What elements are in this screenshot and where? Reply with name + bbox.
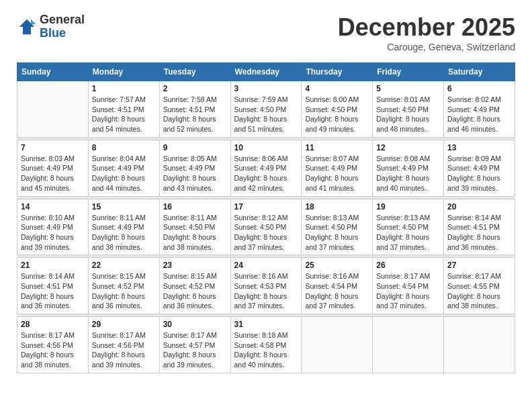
day-number: 24 xyxy=(234,261,298,270)
day-number: 14 xyxy=(21,202,85,212)
day-info: Sunrise: 8:17 AMSunset: 4:56 PMDaylight:… xyxy=(92,330,156,370)
calendar-day-cell: 19Sunrise: 8:13 AMSunset: 4:50 PMDayligh… xyxy=(373,199,444,255)
calendar-day-cell: 8Sunrise: 8:04 AMSunset: 4:49 PMDaylight… xyxy=(88,140,159,196)
weekday-header: Sunday xyxy=(17,63,89,81)
calendar-title: December 2025 xyxy=(338,13,515,42)
day-info: Sunrise: 8:01 AMSunset: 4:50 PMDaylight:… xyxy=(376,95,440,134)
calendar-day-cell: 22Sunrise: 8:15 AMSunset: 4:52 PMDayligh… xyxy=(88,258,159,314)
day-info: Sunrise: 8:17 AMSunset: 4:54 PMDaylight:… xyxy=(376,271,440,311)
calendar-day-cell: 18Sunrise: 8:13 AMSunset: 4:50 PMDayligh… xyxy=(302,199,373,255)
calendar-day-cell: 25Sunrise: 8:16 AMSunset: 4:54 PMDayligh… xyxy=(302,258,373,314)
calendar-day-cell: 1Sunrise: 7:57 AMSunset: 4:51 PMDaylight… xyxy=(88,81,159,138)
day-number: 29 xyxy=(92,320,156,329)
logo-text: General Blue xyxy=(40,13,85,40)
weekday-header: Saturday xyxy=(444,63,515,81)
svg-marker-1 xyxy=(31,19,36,25)
day-info: Sunrise: 8:03 AMSunset: 4:49 PMDaylight:… xyxy=(21,154,85,193)
day-info: Sunrise: 7:59 AMSunset: 4:50 PMDaylight:… xyxy=(234,95,298,134)
calendar-day-cell xyxy=(302,317,373,373)
weekday-header: Thursday xyxy=(302,63,373,81)
logo: General Blue xyxy=(17,13,85,40)
day-info: Sunrise: 8:12 AMSunset: 4:50 PMDaylight:… xyxy=(234,213,298,253)
calendar-day-cell: 29Sunrise: 8:17 AMSunset: 4:56 PMDayligh… xyxy=(88,317,159,373)
calendar-day-cell: 12Sunrise: 8:08 AMSunset: 4:49 PMDayligh… xyxy=(373,140,444,196)
calendar-day-cell: 2Sunrise: 7:58 AMSunset: 4:51 PMDaylight… xyxy=(159,81,230,138)
day-number: 27 xyxy=(447,261,511,270)
calendar-day-cell: 3Sunrise: 7:59 AMSunset: 4:50 PMDaylight… xyxy=(230,81,302,138)
calendar-day-cell: 23Sunrise: 8:15 AMSunset: 4:52 PMDayligh… xyxy=(159,258,230,314)
day-info: Sunrise: 8:00 AMSunset: 4:50 PMDaylight:… xyxy=(305,95,369,134)
calendar-day-cell: 28Sunrise: 8:17 AMSunset: 4:56 PMDayligh… xyxy=(17,317,89,373)
day-number: 3 xyxy=(234,84,298,93)
calendar-day-cell: 5Sunrise: 8:01 AMSunset: 4:50 PMDaylight… xyxy=(373,81,444,138)
calendar-day-cell: 11Sunrise: 8:07 AMSunset: 4:49 PMDayligh… xyxy=(302,140,373,196)
day-info: Sunrise: 8:04 AMSunset: 4:49 PMDaylight:… xyxy=(92,154,156,193)
calendar-day-cell: 31Sunrise: 8:18 AMSunset: 4:58 PMDayligh… xyxy=(230,317,302,373)
day-number: 20 xyxy=(447,202,511,212)
title-section: December 2025 Carouge, Geneva, Switzerla… xyxy=(338,13,515,52)
calendar-week-row: 14Sunrise: 8:10 AMSunset: 4:49 PMDayligh… xyxy=(17,199,515,255)
day-info: Sunrise: 8:14 AMSunset: 4:51 PMDaylight:… xyxy=(21,271,85,311)
day-info: Sunrise: 7:58 AMSunset: 4:51 PMDaylight:… xyxy=(163,95,227,134)
day-info: Sunrise: 8:17 AMSunset: 4:56 PMDaylight:… xyxy=(21,330,85,370)
day-info: Sunrise: 8:02 AMSunset: 4:49 PMDaylight:… xyxy=(447,95,511,134)
day-number: 6 xyxy=(447,84,511,93)
day-number: 31 xyxy=(234,320,298,329)
calendar-day-cell: 9Sunrise: 8:05 AMSunset: 4:49 PMDaylight… xyxy=(159,140,230,196)
calendar-day-cell xyxy=(444,317,515,373)
day-info: Sunrise: 8:13 AMSunset: 4:50 PMDaylight:… xyxy=(305,213,369,253)
header: General Blue December 2025 Carouge, Gene… xyxy=(17,13,515,52)
weekday-header: Monday xyxy=(88,63,159,81)
day-info: Sunrise: 8:09 AMSunset: 4:49 PMDaylight:… xyxy=(447,154,511,193)
day-number: 12 xyxy=(376,143,440,152)
day-info: Sunrise: 8:16 AMSunset: 4:53 PMDaylight:… xyxy=(234,271,298,311)
day-number: 13 xyxy=(447,143,511,152)
day-number: 10 xyxy=(234,143,298,152)
calendar-week-row: 28Sunrise: 8:17 AMSunset: 4:56 PMDayligh… xyxy=(17,317,515,373)
day-number: 7 xyxy=(21,143,85,152)
weekday-header: Wednesday xyxy=(230,63,302,81)
day-info: Sunrise: 7:57 AMSunset: 4:51 PMDaylight:… xyxy=(92,95,156,134)
calendar-table: SundayMondayTuesdayWednesdayThursdayFrid… xyxy=(17,62,515,373)
day-number: 21 xyxy=(21,261,85,270)
calendar-day-cell: 6Sunrise: 8:02 AMSunset: 4:49 PMDaylight… xyxy=(444,81,515,138)
day-number: 11 xyxy=(305,143,369,152)
calendar-day-cell: 24Sunrise: 8:16 AMSunset: 4:53 PMDayligh… xyxy=(230,258,302,314)
header-row: SundayMondayTuesdayWednesdayThursdayFrid… xyxy=(17,63,515,81)
day-info: Sunrise: 8:17 AMSunset: 4:57 PMDaylight:… xyxy=(163,330,227,370)
day-number: 18 xyxy=(305,202,369,212)
calendar-day-cell: 4Sunrise: 8:00 AMSunset: 4:50 PMDaylight… xyxy=(302,81,373,138)
day-number: 30 xyxy=(163,320,227,329)
day-number: 5 xyxy=(376,84,440,93)
calendar-day-cell: 26Sunrise: 8:17 AMSunset: 4:54 PMDayligh… xyxy=(373,258,444,314)
calendar-day-cell: 20Sunrise: 8:14 AMSunset: 4:51 PMDayligh… xyxy=(444,199,515,255)
calendar-day-cell: 16Sunrise: 8:11 AMSunset: 4:50 PMDayligh… xyxy=(159,199,230,255)
day-number: 1 xyxy=(92,84,156,93)
calendar-day-cell: 14Sunrise: 8:10 AMSunset: 4:49 PMDayligh… xyxy=(17,199,89,255)
logo-line2: Blue xyxy=(40,27,85,40)
calendar-day-cell: 21Sunrise: 8:14 AMSunset: 4:51 PMDayligh… xyxy=(17,258,89,314)
day-info: Sunrise: 8:17 AMSunset: 4:55 PMDaylight:… xyxy=(447,271,511,311)
day-number: 19 xyxy=(376,202,440,212)
calendar-day-cell: 15Sunrise: 8:11 AMSunset: 4:49 PMDayligh… xyxy=(88,199,159,255)
day-number: 15 xyxy=(92,202,156,212)
calendar-subtitle: Carouge, Geneva, Switzerland xyxy=(338,42,515,52)
day-number: 23 xyxy=(163,261,227,270)
calendar-week-row: 1Sunrise: 7:57 AMSunset: 4:51 PMDaylight… xyxy=(17,81,515,138)
day-number: 16 xyxy=(163,202,227,212)
day-info: Sunrise: 8:14 AMSunset: 4:51 PMDaylight:… xyxy=(447,213,511,253)
day-info: Sunrise: 8:15 AMSunset: 4:52 PMDaylight:… xyxy=(92,271,156,311)
day-info: Sunrise: 8:05 AMSunset: 4:49 PMDaylight:… xyxy=(163,154,227,193)
logo-line1: General xyxy=(40,13,85,27)
day-number: 9 xyxy=(163,143,227,152)
day-info: Sunrise: 8:08 AMSunset: 4:49 PMDaylight:… xyxy=(376,154,440,193)
calendar-day-cell: 17Sunrise: 8:12 AMSunset: 4:50 PMDayligh… xyxy=(230,199,302,255)
day-number: 17 xyxy=(234,202,298,212)
calendar-day-cell: 10Sunrise: 8:06 AMSunset: 4:49 PMDayligh… xyxy=(230,140,302,196)
day-number: 22 xyxy=(92,261,156,270)
day-info: Sunrise: 8:16 AMSunset: 4:54 PMDaylight:… xyxy=(305,271,369,311)
day-number: 25 xyxy=(305,261,369,270)
calendar-day-cell: 27Sunrise: 8:17 AMSunset: 4:55 PMDayligh… xyxy=(444,258,515,314)
day-info: Sunrise: 8:13 AMSunset: 4:50 PMDaylight:… xyxy=(376,213,440,253)
calendar-day-cell xyxy=(17,81,89,138)
